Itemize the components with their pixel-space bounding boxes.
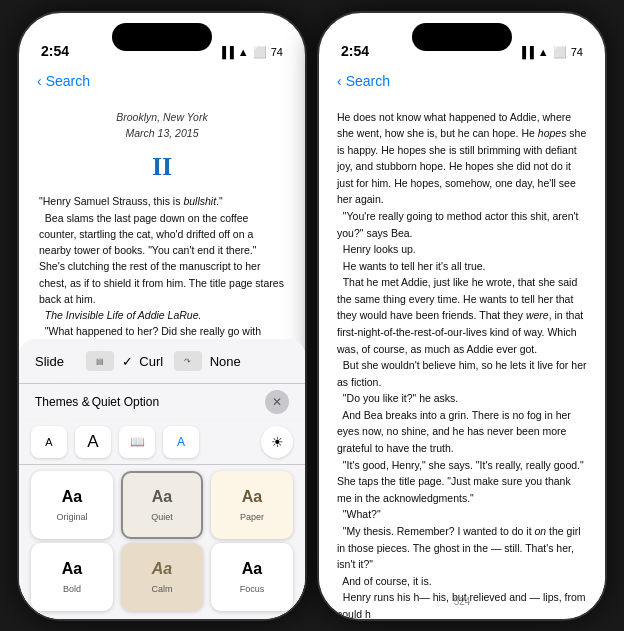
sun-icon: ☀ <box>271 434 284 450</box>
none-label: None <box>210 354 241 369</box>
theme-aa-quiet: Aa <box>152 488 172 506</box>
transition-row: Slide ▤ ✓ Curl ↷ None <box>19 339 305 383</box>
themes-row-1: Aa Original Aa Quiet Aa Paper <box>19 465 305 543</box>
font-book-button[interactable]: 📖 <box>119 426 155 458</box>
left-phone: 2:54 ▐▐ ▲ ⬜ 74 ‹ Search Brooklyn, New Yo… <box>17 11 307 621</box>
themes-row-2: Aa Bold Aa Calm Aa Focus <box>19 543 305 619</box>
brightness-button[interactable]: ☀ <box>261 426 293 458</box>
curl-label: Curl <box>139 354 163 369</box>
chevron-left-icon: ‹ <box>37 73 42 89</box>
status-icons-right: ▐▐ ▲ ⬜ 74 <box>518 46 583 59</box>
themes-options-row: Themes & Quiet Option ✕ <box>19 384 305 420</box>
theme-focus[interactable]: Aa Focus <box>211 543 293 611</box>
book-icon: 📖 <box>130 435 145 449</box>
chapter-number: II <box>39 147 285 187</box>
themes-label: Themes & <box>35 395 90 409</box>
transition-none[interactable]: None <box>202 348 289 375</box>
theme-label-original: Original <box>56 512 87 522</box>
theme-label-focus: Focus <box>240 584 265 594</box>
theme-label-quiet: Quiet <box>151 512 173 522</box>
theme-aa-calm: Aa <box>152 560 172 578</box>
curl-icon: ↷ <box>174 351 202 371</box>
dynamic-island-right <box>412 23 512 51</box>
font-controls-row: A A 📖 A ☀ <box>19 420 305 464</box>
theme-calm[interactable]: Aa Calm <box>121 543 203 611</box>
time-right: 2:54 <box>341 43 369 59</box>
theme-paper[interactable]: Aa Paper <box>211 471 293 539</box>
slide-label: Slide <box>35 354 64 369</box>
theme-label-bold: Bold <box>63 584 81 594</box>
top-nav-right: ‹ Search <box>319 63 605 99</box>
back-label-right: Search <box>346 73 390 89</box>
book-content-right: He does not know what happened to Addie,… <box>319 99 605 619</box>
book-header: Brooklyn, New York March 13, 2015 <box>39 109 285 142</box>
theme-original[interactable]: Aa Original <box>31 471 113 539</box>
font-style-button[interactable]: A <box>163 426 199 458</box>
theme-label-calm: Calm <box>151 584 172 594</box>
theme-bold[interactable]: Aa Bold <box>31 543 113 611</box>
close-icon: ✕ <box>272 395 282 409</box>
chevron-left-icon-right: ‹ <box>337 73 342 89</box>
back-button-right[interactable]: ‹ Search <box>337 73 390 89</box>
phones-container: 2:54 ▐▐ ▲ ⬜ 74 ‹ Search Brooklyn, New Yo… <box>17 11 607 621</box>
page-number: 524 <box>454 596 471 607</box>
time-left: 2:54 <box>41 43 69 59</box>
quiet-option-label: Quiet Option <box>92 395 159 409</box>
slide-icon: ▤ <box>86 351 114 371</box>
small-font-button[interactable]: A <box>31 426 67 458</box>
status-icons-left: ▐▐ ▲ ⬜ 74 <box>218 46 283 59</box>
top-nav-left: ‹ Search <box>19 63 305 99</box>
transition-curl[interactable]: ✓ Curl ↷ <box>114 345 201 377</box>
right-phone: 2:54 ▐▐ ▲ ⬜ 74 ‹ Search He does not know… <box>317 11 607 621</box>
theme-label-paper: Paper <box>240 512 264 522</box>
large-font-button[interactable]: A <box>75 426 111 458</box>
close-button[interactable]: ✕ <box>265 390 289 414</box>
transition-slide[interactable]: Slide ▤ <box>35 345 114 377</box>
dynamic-island-left <box>112 23 212 51</box>
check-icon: ✓ <box>122 354 133 369</box>
back-label-left: Search <box>46 73 90 89</box>
theme-aa-bold: Aa <box>62 560 82 578</box>
overlay-panel: Slide ▤ ✓ Curl ↷ None <box>19 339 305 619</box>
theme-aa-original: Aa <box>62 488 82 506</box>
theme-aa-focus: Aa <box>242 560 262 578</box>
theme-aa-paper: Aa <box>242 488 262 506</box>
theme-quiet[interactable]: Aa Quiet <box>121 471 203 539</box>
right-book-text: He does not know what happened to Addie,… <box>337 109 587 619</box>
back-button-left[interactable]: ‹ Search <box>37 73 90 89</box>
